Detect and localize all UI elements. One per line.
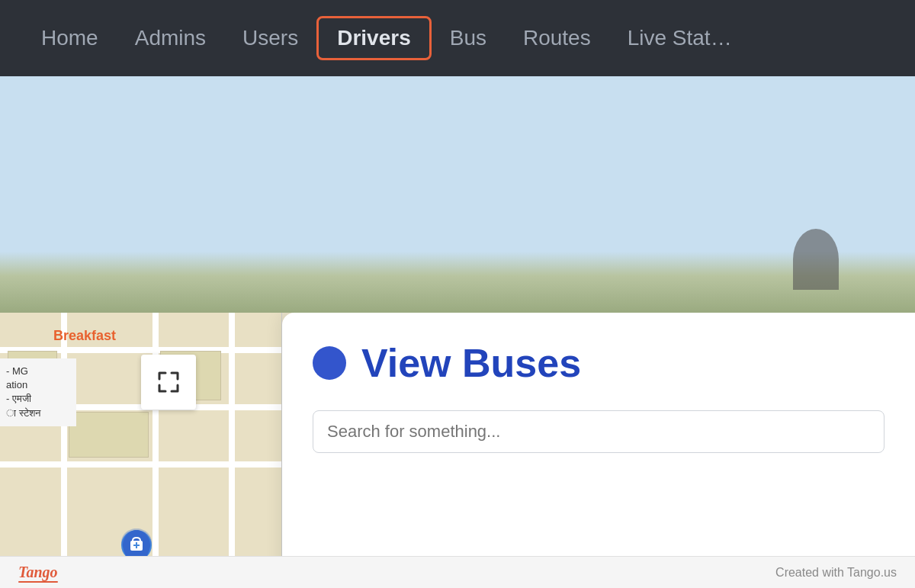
mg-station-line1: - MG — [6, 365, 70, 378]
mg-station-line3: - एमजी — [6, 392, 70, 406]
mg-station-line2: ation — [6, 378, 70, 392]
mg-station-label: - MG ation - एमजी ा स्टेशन — [0, 358, 76, 426]
search-input[interactable] — [313, 410, 884, 453]
map-google-panel[interactable]: Breakfast - MG ation - एमजी ा स्टेशन — [0, 313, 282, 588]
navbar: Home Admins Users Drivers Bus Routes Liv… — [0, 0, 915, 76]
map-expand-button[interactable] — [141, 355, 196, 410]
expand-icon — [155, 368, 182, 396]
view-buses-panel: View Buses — [282, 313, 915, 588]
map-road — [229, 313, 235, 588]
nav-item-users[interactable]: Users — [224, 17, 316, 59]
view-buses-header: View Buses — [313, 340, 884, 386]
mg-station-line4: ा स्टेशन — [6, 406, 70, 420]
nav-item-bus[interactable]: Bus — [432, 17, 505, 59]
map-breakfast-label: Breakfast — [53, 328, 116, 344]
map-block — [69, 412, 149, 458]
map-terrain-transition — [0, 252, 915, 313]
map-silhouette — [793, 229, 839, 290]
map-road — [0, 461, 281, 468]
nav-item-routes[interactable]: Routes — [505, 17, 609, 59]
map-road — [61, 313, 67, 588]
footer-credit-text: Created with Tango.us — [775, 566, 897, 580]
nav-item-live-status[interactable]: Live Stat… — [609, 17, 750, 59]
map-sky-area — [0, 76, 915, 252]
nav-item-drivers[interactable]: Drivers — [316, 16, 432, 60]
nav-item-admins[interactable]: Admins — [117, 17, 224, 59]
map-bottom-area: Breakfast - MG ation - एमजी ा स्टेशन — [0, 313, 915, 588]
nav-item-home[interactable]: Home — [23, 17, 117, 59]
view-buses-title: View Buses — [361, 340, 581, 386]
footer: Tango Created with Tango.us — [0, 556, 915, 588]
tango-logo: Tango — [18, 564, 58, 581]
tango-logo-text: Tango — [18, 564, 58, 581]
view-buses-indicator-dot — [313, 346, 346, 380]
